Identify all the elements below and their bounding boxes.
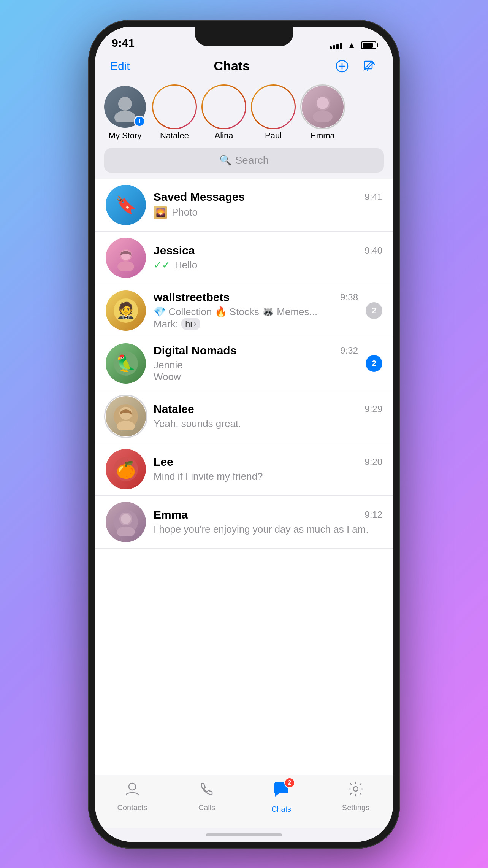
lee-time: 9:20 [364, 457, 382, 467]
lee-content: Lee 9:20 Mind if I invite my friend? [154, 455, 382, 482]
story-item-my-story[interactable]: + My Story [104, 86, 146, 141]
story-item-paul[interactable]: Paul [252, 86, 294, 141]
svg-point-7 [114, 111, 136, 122]
natalee-chat-story-ring [104, 395, 147, 438]
tab-contacts[interactable]: Contacts [106, 781, 159, 812]
chat-item-emma[interactable]: Emma 9:12 I hope you're enjoying your da… [95, 496, 393, 549]
natalee-story-avatar-wrap [154, 86, 195, 128]
story-item-natalee[interactable]: Natalee [154, 86, 195, 141]
wifi-icon: ▲ [347, 40, 356, 50]
natalee-chat-name: Natalee [154, 403, 194, 416]
jessica-avatar [106, 238, 146, 278]
alina-story-avatar-wrap [203, 86, 245, 128]
emma-preview: I hope you're enjoying your day as much … [154, 524, 382, 535]
tab-bar: Contacts Calls [95, 775, 393, 828]
paul-story-avatar-wrap [252, 86, 294, 128]
stories-row: + My Story Natal [95, 81, 393, 148]
calls-icon-wrap [198, 781, 215, 801]
story-item-alina[interactable]: Alina [203, 86, 245, 141]
chat-item-wsb[interactable]: 🤵 wallstreetbets 9:38 💎 Collection 🔥 Sto… [95, 284, 393, 337]
jessica-name: Jessica [154, 244, 195, 257]
chats-label: Chats [271, 805, 291, 814]
chats-icon-wrap: 2 [272, 781, 290, 803]
page-title: Chats [214, 59, 250, 73]
edit-button[interactable]: Edit [110, 60, 130, 73]
nomads-avatar: 🦜 [106, 343, 146, 384]
saved-messages-time: 9:41 [364, 192, 382, 202]
chat-item-lee[interactable]: 🍊 Lee 9:20 Mind if I invite my friend? [95, 443, 393, 496]
nomads-name: Digital Nomads [154, 344, 236, 357]
emma-top: Emma 9:12 [154, 508, 382, 521]
contacts-icon [124, 781, 141, 801]
svg-point-36 [129, 783, 136, 790]
emma-chat-avatar [106, 502, 146, 542]
chat-item-nomads[interactable]: 🦜 Digital Nomads 9:32 Jennie Woow 2 [95, 337, 393, 390]
story-label-paul: Paul [265, 131, 282, 141]
search-placeholder: Search [235, 154, 269, 167]
nomads-top: Digital Nomads 9:32 [154, 344, 358, 357]
story-label-alina: Alina [215, 131, 233, 141]
compose-button[interactable] [361, 58, 378, 75]
emma-time: 9:12 [364, 509, 382, 520]
add-chat-button[interactable] [334, 58, 350, 75]
contacts-icon-wrap [124, 781, 141, 801]
settings-label: Settings [342, 803, 369, 812]
nav-actions [334, 58, 378, 75]
svg-point-21 [117, 261, 134, 271]
tab-settings[interactable]: Settings [329, 781, 382, 812]
search-bar[interactable]: 🔍 Search [104, 148, 384, 173]
jessica-preview: ✓✓ Hello [154, 259, 382, 271]
wsb-content: wallstreetbets 9:38 💎 Collection 🔥 Stock… [154, 291, 358, 330]
calls-label: Calls [198, 803, 215, 812]
saved-messages-name: Saved Messages [154, 190, 245, 203]
story-item-emma[interactable]: Emma [302, 86, 344, 141]
natalee-chat-time: 9:29 [364, 404, 382, 414]
natalee-preview: Yeah, sounds great. [154, 418, 382, 430]
natalee-story-ring [152, 84, 197, 129]
jessica-content: Jessica 9:40 ✓✓ Hello [154, 244, 382, 271]
tab-calls[interactable]: Calls [180, 781, 233, 812]
photo-thumbnail: 🌄 [154, 206, 167, 219]
wsb-name: wallstreetbets [154, 291, 230, 304]
tab-chats[interactable]: 2 Chats [255, 781, 308, 814]
phone-screen: 9:41 ▲ Edit Chats [95, 27, 393, 842]
wsb-top: wallstreetbets 9:38 [154, 291, 358, 304]
lee-name: Lee [154, 455, 173, 468]
nomads-content: Digital Nomads 9:32 Jennie Woow [154, 344, 358, 383]
wsb-unread-badge: 2 [366, 302, 382, 319]
bookmark-icon: 🔖 [116, 195, 136, 215]
home-indicator [95, 828, 393, 842]
status-icons: ▲ [330, 40, 376, 50]
paul-story-ring [251, 84, 296, 129]
story-label-natalee: Natalee [160, 131, 189, 141]
jessica-time: 9:40 [364, 245, 382, 256]
svg-text:🦜: 🦜 [116, 354, 136, 373]
signal-icon [330, 41, 342, 49]
phone-frame: 9:41 ▲ Edit Chats [88, 20, 400, 849]
saved-messages-top: Saved Messages 9:41 [154, 190, 382, 203]
emma-name: Emma [154, 508, 188, 521]
chat-item-natalee[interactable]: Natalee 9:29 Yeah, sounds great. [95, 390, 393, 443]
chats-unread-badge: 2 [284, 778, 295, 788]
battery-icon [361, 41, 376, 49]
status-time: 9:41 [112, 36, 135, 50]
wsb-preview: 💎 Collection 🔥 Stocks 🦝 Memes... Mark: h… [154, 306, 358, 330]
alina-story-ring [201, 84, 246, 129]
chat-item-saved-messages[interactable]: 🔖 Saved Messages 9:41 🌄 Photo [95, 179, 393, 232]
emma-story-ring [300, 84, 345, 129]
settings-icon-wrap [347, 781, 364, 801]
search-icon: 🔍 [219, 154, 231, 166]
saved-messages-avatar: 🔖 [106, 185, 146, 225]
add-story-badge: + [134, 116, 145, 127]
chat-item-jessica[interactable]: Jessica 9:40 ✓✓ Hello [95, 232, 393, 284]
svg-point-37 [353, 787, 358, 791]
story-label-emma: Emma [311, 131, 335, 141]
svg-text:🍊: 🍊 [116, 460, 136, 479]
wsb-hi-bubble: hi › [181, 318, 200, 330]
jessica-top: Jessica 9:40 [154, 244, 382, 257]
saved-messages-content: Saved Messages 9:41 🌄 Photo [154, 190, 382, 219]
lee-top: Lee 9:20 [154, 455, 382, 468]
settings-icon [347, 781, 364, 801]
home-bar [206, 833, 282, 836]
lee-preview: Mind if I invite my friend? [154, 471, 382, 482]
